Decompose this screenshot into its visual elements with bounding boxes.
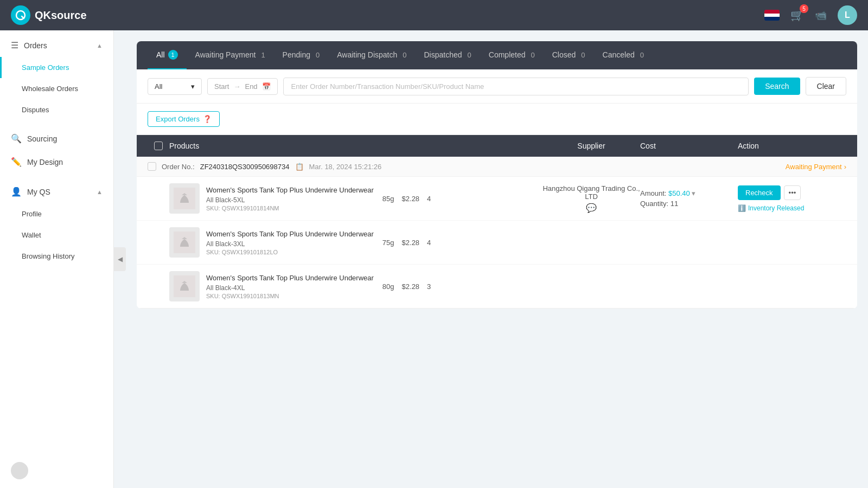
quantity-value: 11 <box>671 200 678 208</box>
product-row-3: Women's Sports Tank Top Plus Underwire U… <box>137 265 857 308</box>
order-checkbox-cell <box>148 162 156 171</box>
product-name-1: Women's Sports Tank Top Plus Underwire U… <box>206 186 374 194</box>
date-range-picker[interactable]: Start → End 📅 <box>207 78 278 95</box>
header-cost: Cost <box>640 142 738 150</box>
main-content: All 1 Awaiting Payment 1 Pending 0 Await… <box>126 30 868 488</box>
sidebar-item-sample-orders-label: Sample Orders <box>22 63 69 72</box>
tabs-row: All 1 Awaiting Payment 1 Pending 0 Await… <box>137 41 857 69</box>
logo[interactable]: QKsource <box>11 5 87 25</box>
sidebar-section-orders: ☰ Orders ▲ Sample Orders Wholesale Order… <box>0 30 113 124</box>
filter-select-value: All <box>155 82 162 91</box>
product-image-3 <box>169 271 200 301</box>
amount-label: Amount: <box>640 189 666 197</box>
header-action: Action <box>738 142 846 150</box>
export-row: Export Orders ❓ <box>137 104 857 135</box>
order-status-arrow: › <box>844 163 846 171</box>
select-all-checkbox[interactable] <box>154 142 163 150</box>
tab-canceled[interactable]: Canceled 0 <box>594 42 653 69</box>
topnav: QKsource 🛒 5 📹 L <box>0 0 868 30</box>
export-orders-button[interactable]: Export Orders ❓ <box>148 111 220 127</box>
order-copy-icon[interactable]: 📋 <box>295 163 304 171</box>
product-image-1 <box>169 183 200 214</box>
video-icon[interactable]: 📹 <box>815 9 827 21</box>
export-label: Export Orders <box>156 115 200 123</box>
sidebar-item-orders[interactable]: ☰ Orders ▲ <box>0 34 113 57</box>
product-cell-3: Women's Sports Tank Top Plus Underwire U… <box>169 271 542 301</box>
product-price-2: $2.28 <box>402 239 420 247</box>
orders-chevron: ▲ <box>97 42 103 49</box>
product-qty-3: 3 <box>427 282 431 291</box>
tab-pending-label: Pending <box>283 50 310 59</box>
tab-canceled-count: 0 <box>640 51 644 59</box>
user-avatar[interactable]: L <box>838 5 857 25</box>
tab-canceled-label: Canceled <box>603 50 635 59</box>
clear-button[interactable]: Clear <box>806 77 846 95</box>
sidebar: ☰ Orders ▲ Sample Orders Wholesale Order… <box>0 30 114 488</box>
action-btns: Recheck ••• <box>738 185 801 200</box>
cost-amount-value: $50.40 <box>668 189 690 197</box>
product-sku-2: SKU: QSWX199101812LO <box>206 249 374 255</box>
product-sku-3: SKU: QSWX199101813MN <box>206 293 374 299</box>
more-options-button[interactable]: ••• <box>784 185 801 200</box>
tab-completed[interactable]: Completed 0 <box>480 42 544 69</box>
order-status[interactable]: Awaiting Payment › <box>786 163 846 171</box>
search-input[interactable] <box>283 78 749 95</box>
filter-row: All ▾ Start → End 📅 Search Clear <box>137 69 857 104</box>
action-cell-1: Recheck ••• ℹ️ Inventory Released <box>738 185 846 212</box>
tab-all[interactable]: All 1 <box>148 41 187 69</box>
sidebar-item-disputes[interactable]: Disputes <box>0 99 113 120</box>
sidebar-section-sourcing: 🔍 Sourcing ✏️ My Design <box>0 124 113 177</box>
tab-awaiting-dispatch[interactable]: Awaiting Dispatch 0 <box>328 42 415 69</box>
order-number[interactable]: ZF240318QS300950698734 <box>200 163 290 171</box>
search-button[interactable]: Search <box>754 78 800 95</box>
orders-panel: All 1 Awaiting Payment 1 Pending 0 Await… <box>137 41 857 309</box>
inventory-released[interactable]: ℹ️ Inventory Released <box>738 204 804 212</box>
sidebar-item-disputes-label: Disputes <box>22 106 49 114</box>
cart-button[interactable]: 🛒 5 <box>790 9 804 22</box>
tab-all-label: All <box>156 50 165 59</box>
product-meta-3: 80g $2.28 3 <box>382 282 431 291</box>
sidebar-item-wholesale-orders[interactable]: Wholesale Orders <box>0 78 113 99</box>
tab-awaiting-payment[interactable]: Awaiting Payment 1 <box>187 42 274 69</box>
supplier-chat-icon[interactable]: 💬 <box>542 203 640 213</box>
tab-closed-label: Closed <box>552 50 576 59</box>
sidebar-item-mydesign[interactable]: ✏️ My Design <box>0 150 113 174</box>
sidebar-item-wallet[interactable]: Wallet <box>0 224 113 246</box>
sidebar-item-wallet-label: Wallet <box>22 231 41 239</box>
product-sku-1: SKU: QSWX199101814NM <box>206 205 374 211</box>
product-cell-1: Women's Sports Tank Top Plus Underwire U… <box>169 183 542 214</box>
filter-select[interactable]: All ▾ <box>148 78 202 95</box>
tab-dispatched-count: 0 <box>468 51 471 59</box>
logo-icon <box>11 5 30 25</box>
order-date: Mar. 18, 2024 15:21:26 <box>309 163 382 171</box>
sidebar-item-browsing-history[interactable]: Browsing History <box>0 246 113 267</box>
header-products: Products <box>169 142 542 150</box>
recheck-button[interactable]: Recheck <box>738 185 781 200</box>
language-flag[interactable] <box>764 10 780 21</box>
cost-expand-icon[interactable]: ▾ <box>692 189 695 197</box>
product-name-3: Women's Sports Tank Top Plus Underwire U… <box>206 274 374 282</box>
date-arrow-icon: → <box>233 82 240 91</box>
sidebar-item-sample-orders[interactable]: Sample Orders <box>0 57 113 78</box>
product-variant-2: All Black-3XL <box>206 240 374 248</box>
sidebar-item-myqs[interactable]: 👤 My QS ▲ <box>0 180 113 203</box>
tab-closed[interactable]: Closed 0 <box>544 42 594 69</box>
tab-awaiting-payment-count: 1 <box>261 51 265 59</box>
cost-qty-row: Quantity: 11 <box>640 200 738 208</box>
date-end: End <box>245 82 257 91</box>
tab-dispatched[interactable]: Dispatched 0 <box>416 42 480 69</box>
cost-amount-row: Amount: $50.40 ▾ <box>640 189 738 197</box>
sidebar-item-profile[interactable]: Profile <box>0 203 113 224</box>
sidebar-item-myqs-label: My QS <box>27 188 50 196</box>
tab-closed-count: 0 <box>581 51 585 59</box>
order-checkbox[interactable] <box>148 162 156 171</box>
product-meta-2: 75g $2.28 4 <box>382 239 431 247</box>
app-name: QKsource <box>35 9 87 22</box>
tab-pending[interactable]: Pending 0 <box>274 42 329 69</box>
sidebar-collapse-button[interactable]: ◀ <box>114 247 126 271</box>
table-header: Products Supplier Cost Action <box>137 135 857 157</box>
tab-completed-count: 0 <box>531 51 534 59</box>
tab-completed-label: Completed <box>489 50 526 59</box>
sidebar-item-sourcing[interactable]: 🔍 Sourcing <box>0 127 113 150</box>
supplier-cell-1: Hangzhou Qigang Trading Co., LTD 💬 <box>542 184 640 213</box>
